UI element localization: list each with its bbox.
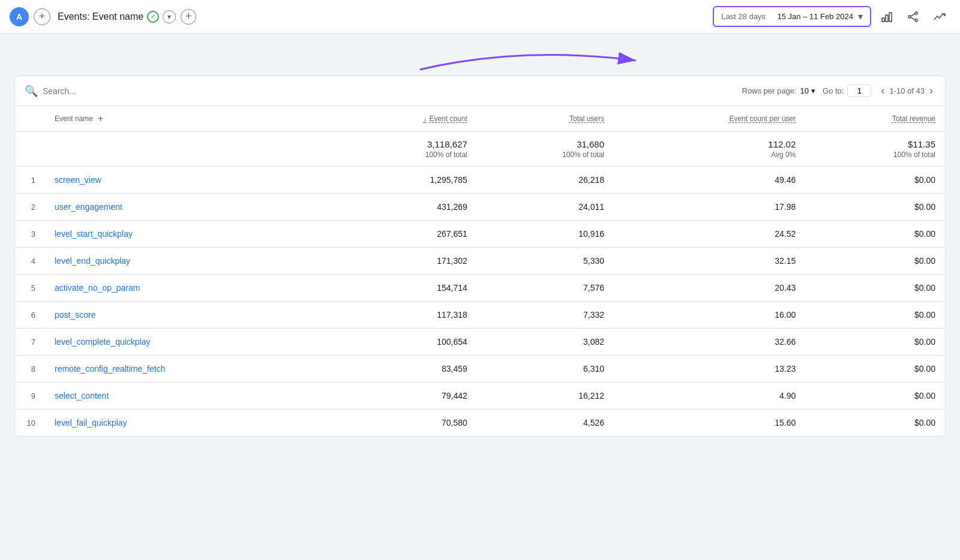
rows-per-page-chevron-icon: ▾ [811, 86, 815, 95]
chart-icon[interactable] [876, 6, 898, 28]
row-number: 10 [15, 410, 45, 436]
tab-title: Events: Event name ✓ ▾ [58, 10, 176, 23]
share-icon[interactable] [902, 6, 924, 28]
table-row: 8 remote_config_realtime_fetch 83,459 6,… [15, 356, 945, 383]
row-number: 3 [15, 221, 45, 248]
date-range-button[interactable]: Last 28 days 15 Jan – 11 Feb 2024 ▾ [713, 6, 871, 27]
svg-point-5 [915, 19, 917, 22]
table-container: 🔍 Rows per page: 10 ▾ Go to: ‹ 1-10 of 4… [14, 76, 946, 436]
col-header-row-num [15, 106, 45, 132]
svg-line-6 [911, 14, 915, 16]
row-event-name: remote_config_realtime_fetch [45, 356, 335, 383]
row-number: 9 [15, 383, 45, 410]
col-header-event-count[interactable]: ↓ Event count [335, 106, 477, 132]
row-total-users: 24,011 [477, 194, 614, 221]
summary-row-num [15, 132, 45, 167]
row-revenue: $0.00 [805, 356, 945, 383]
row-total-users: 10,916 [477, 221, 614, 248]
row-event-count: 79,442 [335, 383, 477, 410]
verified-icon: ✓ [147, 11, 159, 23]
tab-dropdown-button[interactable]: ▾ [163, 10, 176, 23]
add-tab-button[interactable]: + [34, 8, 50, 25]
col-total-revenue-label: Total revenue [892, 115, 935, 123]
row-number: 5 [15, 275, 45, 302]
row-total-users: 26,218 [477, 167, 614, 194]
rows-per-page-select[interactable]: 10 ▾ [800, 86, 815, 95]
row-event-count: 267,651 [335, 221, 477, 248]
date-separator [770, 12, 773, 21]
row-event-name: select_content [45, 383, 335, 410]
event-name-link[interactable]: activate_no_op_param [55, 283, 140, 293]
event-name-link[interactable]: remote_config_realtime_fetch [55, 364, 165, 374]
search-input[interactable] [43, 86, 163, 96]
svg-rect-1 [886, 15, 888, 22]
row-ecpu: 15.60 [614, 410, 805, 436]
col-header-event-count-per-user[interactable]: Event count per user [614, 106, 805, 132]
event-name-link[interactable]: screen_view [55, 175, 101, 185]
event-name-link[interactable]: level_end_quickplay [55, 256, 130, 266]
row-total-users: 6,310 [477, 356, 614, 383]
date-range-value: 15 Jan – 11 Feb 2024 [778, 12, 854, 21]
analytics-icon[interactable] [929, 6, 950, 28]
new-tab-button[interactable]: + [181, 9, 196, 25]
table-row: 4 level_end_quickplay 171,302 5,330 32.1… [15, 248, 945, 275]
tab-title-text: Events: Event name [58, 11, 143, 22]
row-event-count: 70,580 [335, 410, 477, 436]
event-name-link[interactable]: level_start_quickplay [55, 229, 133, 239]
row-number: 1 [15, 167, 45, 194]
summary-revenue: $11.35 100% of total [805, 132, 945, 167]
table-row: 10 level_fail_quickplay 70,580 4,526 15.… [15, 410, 945, 436]
event-name-link[interactable]: post_score [55, 310, 95, 320]
row-event-name: level_end_quickplay [45, 248, 335, 275]
col-header-total-users[interactable]: Total users [477, 106, 614, 132]
pagination-info: ‹ 1-10 of 43 › [878, 83, 935, 98]
goto-input[interactable] [847, 85, 871, 97]
goto-label: Go to: [823, 86, 844, 95]
prev-page-button[interactable]: ‹ [878, 83, 887, 98]
row-revenue: $0.00 [805, 248, 945, 275]
svg-point-4 [908, 16, 911, 18]
avatar: A [10, 7, 29, 26]
row-event-name: level_complete_quickplay [45, 329, 335, 356]
sort-icon: ↓ [423, 115, 427, 123]
event-name-link[interactable]: user_engagement [55, 202, 122, 212]
table-row: 5 activate_no_op_param 154,714 7,576 20.… [15, 275, 945, 302]
row-revenue: $0.00 [805, 221, 945, 248]
row-number: 2 [15, 194, 45, 221]
arrow-annotation [0, 34, 960, 76]
table-header: Event name + ↓ Event count Total users [15, 106, 945, 132]
summary-row: 3,118,627 100% of total 31,680 100% of t… [15, 132, 945, 167]
row-total-users: 4,526 [477, 410, 614, 436]
col-total-users-label: Total users [569, 115, 604, 123]
table-row: 7 level_complete_quickplay 100,654 3,082… [15, 329, 945, 356]
row-ecpu: 17.98 [614, 194, 805, 221]
row-ecpu: 32.66 [614, 329, 805, 356]
row-ecpu: 49.46 [614, 167, 805, 194]
table-row: 3 level_start_quickplay 267,651 10,916 2… [15, 221, 945, 248]
row-revenue: $0.00 [805, 383, 945, 410]
event-name-link[interactable]: level_fail_quickplay [55, 418, 127, 427]
row-number: 8 [15, 356, 45, 383]
row-event-count: 431,269 [335, 194, 477, 221]
row-ecpu: 16.00 [614, 302, 805, 329]
table-body: 3,118,627 100% of total 31,680 100% of t… [15, 132, 945, 436]
search-icon: 🔍 [25, 85, 38, 98]
event-name-link[interactable]: level_complete_quickplay [55, 337, 151, 347]
next-page-button[interactable]: › [927, 83, 935, 98]
row-total-users: 7,576 [477, 275, 614, 302]
rows-per-page-wrapper: Rows per page: 10 ▾ [742, 86, 816, 95]
event-name-link[interactable]: select_content [55, 391, 109, 401]
svg-point-3 [915, 12, 917, 14]
summary-event-count: 3,118,627 100% of total [335, 132, 477, 167]
row-total-users: 5,330 [477, 248, 614, 275]
svg-rect-0 [882, 18, 884, 22]
row-revenue: $0.00 [805, 194, 945, 221]
main-content: 🔍 Rows per page: 10 ▾ Go to: ‹ 1-10 of 4… [0, 76, 960, 451]
add-column-button[interactable]: + [95, 113, 106, 124]
col-header-total-revenue[interactable]: Total revenue [805, 106, 945, 132]
header-row: Event name + ↓ Event count Total users [15, 106, 945, 132]
summary-total-users: 31,680 100% of total [477, 132, 614, 167]
row-event-count: 171,302 [335, 248, 477, 275]
row-event-count: 154,714 [335, 275, 477, 302]
row-ecpu: 20.43 [614, 275, 805, 302]
